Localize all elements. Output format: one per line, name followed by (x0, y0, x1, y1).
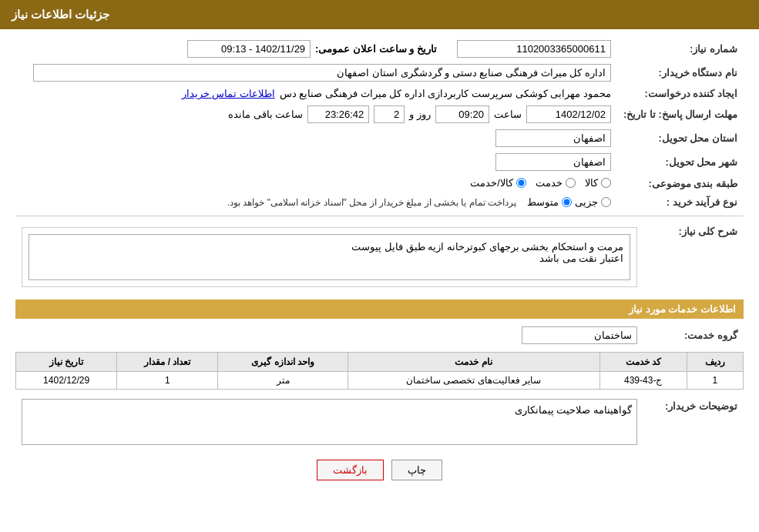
category-kala-label: کالا (585, 177, 598, 189)
service-group-table: گروه خدمت: ساختمان (15, 323, 744, 347)
response-time-label: ساعت (494, 109, 522, 120)
category-khadamat-option[interactable]: خدمت (536, 177, 576, 189)
description-container: مرمت و استحکام بخشی برجهای کبوترخانه ازی… (22, 227, 637, 287)
page-title: جزئیات اطلاعات نیاز (12, 8, 109, 21)
category-kala-option[interactable]: کالا (585, 177, 611, 189)
description-table: شرح کلی نیاز: مرمت و استحکام بخشی برجهای… (15, 221, 744, 293)
response-days-label: روز و (409, 109, 431, 120)
buyer-org-value: اداره کل میراث فرهنگی صنایع دستی و گردشگ… (33, 64, 611, 82)
purchase-motevaset-option[interactable]: متوسط (527, 196, 572, 208)
need-number-value: 1102003365000611 (457, 40, 611, 58)
cell-name: سایر فعالیت‌های تخصصی ساختمان (348, 372, 599, 390)
service-group-label: گروه خدمت: (643, 323, 744, 347)
buttons-row: چاپ بازگشت (15, 460, 744, 480)
response-deadline-row: 1402/12/02 ساعت 09:20 روز و 2 23:26:42 س… (22, 105, 611, 123)
creator-row: محمود مهرابی کوشکی سرپرست کاربردازی ادار… (22, 88, 611, 99)
creator-link[interactable]: اطلاعات تماس خریدار (182, 88, 275, 99)
purchase-type-row: جزیی متوسط پرداخت تمام یا بخشی از مبلغ خ… (22, 196, 611, 208)
col-count: تعداد / مقدار (117, 353, 218, 372)
notes-table: توضیحات خریدار: گواهینامه صلاحیت پیمانکا… (15, 396, 744, 448)
need-number-label: شماره نیاز: (617, 37, 744, 61)
table-row: 1ج-43-439سایر فعالیت‌های تخصصی ساختمانمت… (16, 372, 744, 390)
content-area: شماره نیاز: 1102003365000611 تاریخ و ساع… (0, 29, 759, 500)
response-date-value: 1402/12/02 (526, 105, 611, 123)
services-table: ردیف کد خدمت نام خدمت واحد اندازه گیری ت… (15, 352, 744, 390)
purchase-jezvi-option[interactable]: جزیی (575, 196, 611, 208)
back-button[interactable]: بازگشت (317, 460, 384, 480)
page-wrapper: جزئیات اطلاعات نیاز شماره نیاز: 11020033… (0, 0, 759, 532)
col-radif: ردیف (687, 353, 743, 372)
purchase-jezvi-label: جزیی (575, 196, 598, 208)
services-section-title: اطلاعات خدمات مورد نیاز (15, 299, 744, 319)
cell-code: ج-43-439 (599, 372, 687, 390)
creator-label: ایجاد کننده درخواست: (617, 85, 744, 102)
buyer-notes-value: گواهینامه صلاحیت پیمانکاری (22, 399, 637, 445)
info-table: شماره نیاز: 1102003365000611 تاریخ و ساع… (15, 37, 744, 211)
buyer-org-label: نام دستگاه خریدار: (617, 61, 744, 85)
cell-date: 1402/12/29 (16, 372, 117, 390)
cell-radif: 1 (687, 372, 743, 390)
city-value: اصفهان (495, 153, 611, 171)
category-khadamat-label: خدمت (536, 177, 563, 189)
purchase-motevaset-label: متوسط (527, 196, 559, 208)
province-label: استان محل تحویل: (617, 126, 744, 150)
category-radio-group: کالا خدمت کالا/خدمت (470, 177, 611, 189)
description-label: شرح کلی نیاز: (643, 221, 744, 293)
creator-value: محمود مهرابی کوشکی سرپرست کاربردازی ادار… (280, 88, 611, 99)
buyer-notes-text: گواهینامه صلاحیت پیمانکاری (515, 404, 632, 416)
category-label: طبقه بندی موضوعی: (617, 174, 744, 193)
description-value: مرمت و استحکام بخشی برجهای کبوترخانه ازی… (29, 234, 630, 280)
response-remaining-label: ساعت باقی مانده (228, 109, 303, 120)
description-text: مرمت و استحکام بخشی برجهای کبوترخانه ازی… (351, 241, 623, 264)
purchase-note: پرداخت تمام یا بخشی از مبلغ خریدار از مح… (227, 197, 516, 208)
col-name: نام خدمت (348, 353, 599, 372)
announce-date-value: 1402/11/29 - 09:13 (187, 40, 311, 58)
category-kala-khadamat-option[interactable]: کالا/خدمت (470, 177, 526, 189)
announce-date-label: تاریخ و ساعت اعلان عمومی: (315, 43, 437, 55)
response-remaining-value: 23:26:42 (307, 105, 369, 123)
response-deadline-label: مهلت ارسال پاسخ: تا تاریخ: (617, 102, 744, 126)
cell-count: 1 (117, 372, 218, 390)
cell-unit: متر (218, 372, 348, 390)
col-unit: واحد اندازه گیری (218, 353, 348, 372)
city-label: شهر محل تحویل: (617, 150, 744, 174)
col-code: کد خدمت (599, 353, 687, 372)
response-time-value: 09:20 (435, 105, 489, 123)
response-days-value: 2 (374, 105, 405, 123)
purchase-type-label: نوع فرآیند خرید : (617, 193, 744, 211)
divider-1 (15, 216, 744, 216)
page-header: جزئیات اطلاعات نیاز (0, 0, 759, 29)
print-button[interactable]: چاپ (391, 460, 442, 480)
buyer-notes-label: توضیحات خریدار: (643, 396, 744, 448)
service-group-value: ساختمان (522, 326, 637, 344)
col-date: تاریخ نیاز (16, 353, 117, 372)
province-value: اصفهان (495, 129, 611, 147)
need-number-row: 1102003365000611 تاریخ و ساعت اعلان عموم… (22, 40, 611, 58)
category-kala-khadamat-label: کالا/خدمت (470, 177, 513, 189)
